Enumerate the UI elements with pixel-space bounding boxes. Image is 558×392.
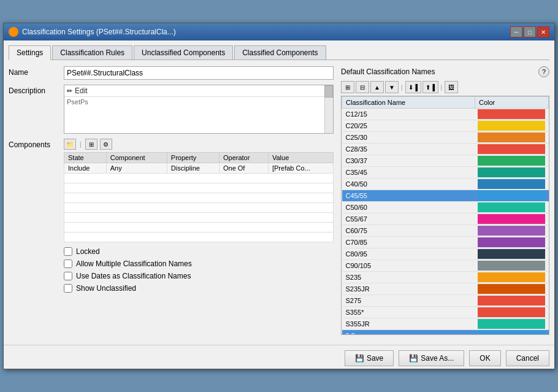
classification-row[interactable]: C20/25 (342, 120, 549, 132)
classification-name-cell: S275 (342, 295, 475, 307)
color-swatch (478, 144, 545, 154)
save-button[interactable]: 💾 Save (345, 350, 394, 366)
tab-classification-rules[interactable]: Classification Rules (52, 45, 132, 60)
col-classification-name: Classification Name (342, 97, 475, 109)
edit-button[interactable]: Edit (75, 86, 88, 95)
minimize-button[interactable]: ─ (510, 26, 522, 37)
locked-checkbox[interactable] (64, 247, 72, 256)
classification-row[interactable]: C90/105 (342, 260, 549, 272)
classification-row[interactable]: S355JR (342, 318, 549, 330)
maximize-button[interactable]: □ (524, 26, 536, 37)
table-row-empty-7 (64, 233, 334, 242)
classification-row[interactable]: C70/85 (342, 237, 549, 248)
rt-grid2-btn[interactable]: ⊟ (356, 81, 369, 93)
classification-table-wrap[interactable]: Classification Name Color C12/15C20/25C2… (341, 96, 549, 335)
rt-down-btn[interactable]: ▼ (385, 81, 399, 93)
tab-unclassified-components[interactable]: Unclassified Components (134, 45, 233, 60)
color-swatch (478, 226, 545, 236)
tab-classified-components[interactable]: Classified Components (234, 45, 326, 60)
rt-image-btn[interactable]: 🖼 (445, 81, 458, 93)
main-content: Name Description ✏ Edit (9, 66, 549, 335)
color-swatch (478, 167, 545, 177)
table-row[interactable]: Include Any Discipline One Of [Prefab Co… (64, 163, 334, 174)
classification-row[interactable]: S355* (342, 307, 549, 318)
classification-name-cell: C35/45 (342, 167, 475, 179)
settings-btn[interactable]: ⚙ (100, 139, 112, 150)
classification-color-cell (475, 213, 549, 225)
description-toolbar: ✏ Edit (64, 85, 333, 97)
titlebar-left: Classification Settings (PSet##.Structur… (9, 27, 176, 37)
rt-grid-btn[interactable]: ⊞ (341, 81, 354, 93)
description-scrollbar[interactable] (324, 85, 333, 133)
classification-row[interactable]: 8.8 (342, 330, 549, 336)
classification-row[interactable]: S235JR (342, 283, 549, 295)
classification-name-cell: C70/85 (342, 237, 475, 248)
classification-row[interactable]: C35/45 (342, 167, 549, 179)
classification-color-cell (475, 237, 549, 248)
allow-multiple-checkbox[interactable] (64, 259, 72, 268)
classification-row[interactable]: C40/50 (342, 179, 549, 190)
classification-color-cell (475, 179, 549, 190)
classification-row[interactable]: C60/75 (342, 225, 549, 237)
color-swatch (478, 156, 545, 166)
grid-btn[interactable]: ⊞ (85, 139, 97, 150)
right-panel: Default Classification Names ? ⊞ ⊟ ▲ ▼ |… (341, 66, 549, 335)
color-swatch (478, 261, 545, 271)
classification-color-cell (475, 307, 549, 318)
classification-name-cell: C60/75 (342, 225, 475, 237)
show-unclassified-checkbox[interactable] (64, 284, 72, 293)
table-row-empty-5 (64, 213, 334, 223)
description-label: Description (9, 85, 64, 95)
allow-multiple-row: Allow Multiple Classification Names (64, 259, 334, 268)
save-as-icon: 💾 (409, 354, 418, 363)
classification-color-cell (475, 260, 549, 272)
col-operator: Operator (219, 153, 268, 163)
classification-name-cell: C12/15 (342, 109, 475, 120)
classification-name-cell: S355JR (342, 318, 475, 330)
classification-color-cell (475, 225, 549, 237)
name-label: Name (9, 66, 64, 77)
edit-icon: ✏ (67, 87, 72, 95)
classification-name-cell: C90/105 (342, 260, 475, 272)
classification-color-cell (475, 330, 549, 336)
close-button[interactable]: ✕ (537, 26, 549, 37)
name-input[interactable] (64, 66, 334, 80)
classification-color-cell (475, 167, 549, 179)
cancel-button[interactable]: Cancel (506, 350, 549, 366)
col-color: Color (475, 97, 549, 109)
help-button[interactable]: ? (538, 66, 549, 77)
cancel-label: Cancel (516, 354, 539, 363)
rt-up-btn[interactable]: ▲ (370, 81, 384, 93)
ok-button[interactable]: OK (469, 350, 500, 366)
folder-btn[interactable]: 📁 (64, 139, 76, 150)
classification-row[interactable]: C80/95 (342, 248, 549, 260)
right-panel-title: Default Classification Names (341, 67, 435, 76)
classification-row[interactable]: S235 (342, 272, 549, 283)
titlebar: Classification Settings (PSet##.Structur… (4, 23, 554, 40)
footer: 💾 Save 💾 Save As... OK Cancel (4, 345, 554, 369)
description-area: ✏ Edit PsetPs (64, 85, 334, 134)
rt-export-btn[interactable]: ⬆▐ (422, 81, 438, 93)
cell-property: Discipline (167, 163, 219, 174)
classification-row[interactable]: S275 (342, 295, 549, 307)
classification-color-cell (475, 109, 549, 120)
classification-row[interactable]: C12/15 (342, 109, 549, 120)
components-label: Components (9, 139, 64, 149)
classification-row[interactable]: C25/30 (342, 132, 549, 144)
classification-row[interactable]: C45/55 (342, 190, 549, 202)
rt-import-btn[interactable]: ⬇▐ (405, 81, 421, 93)
save-as-button[interactable]: 💾 Save As... (399, 350, 464, 366)
tab-settings[interactable]: Settings (9, 45, 51, 60)
color-swatch (478, 214, 545, 224)
classification-row[interactable]: C55/67 (342, 213, 549, 225)
color-swatch (478, 284, 545, 294)
col-component: Component (106, 153, 167, 163)
classification-row[interactable]: C28/35 (342, 144, 549, 155)
classification-name-cell: S235JR (342, 283, 475, 295)
cell-component: Any (106, 163, 167, 174)
classification-row[interactable]: C30/37 (342, 155, 549, 167)
sep1: | (80, 141, 82, 148)
classification-row[interactable]: C50/60 (342, 202, 549, 213)
use-dates-checkbox[interactable] (64, 272, 72, 280)
description-content: PsetPs (64, 97, 333, 107)
